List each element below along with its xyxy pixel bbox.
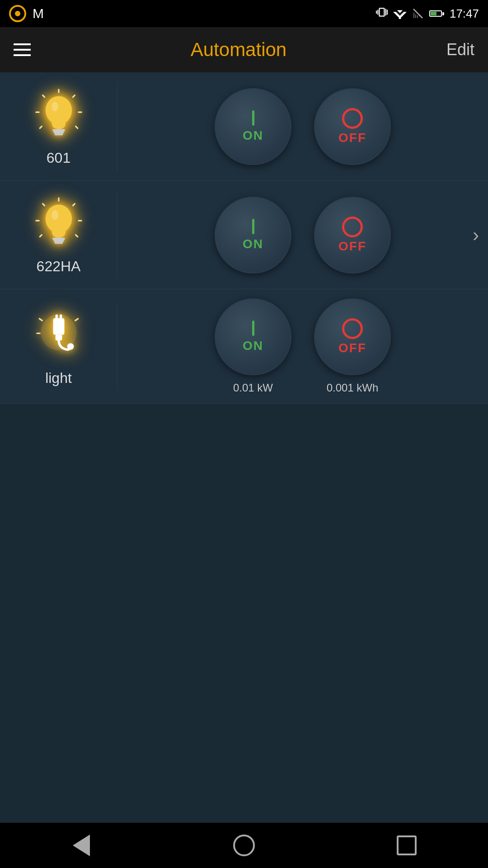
svg-line-36 [39, 318, 42, 320]
gmail-icon: M [33, 6, 44, 21]
svg-rect-31 [53, 318, 64, 335]
power-circle-icon [342, 217, 363, 237]
battery-icon [429, 10, 444, 17]
vibrate-icon [376, 6, 388, 21]
status-bar: M 17:47 [0, 0, 488, 27]
circle-icon-inner [15, 11, 20, 16]
svg-point-35 [67, 343, 74, 350]
off-label-622ha: OFF [338, 239, 366, 254]
device-row: 622HA ON OFF › [0, 181, 488, 289]
device-controls-light: ON 0.01 kW OFF 0.001 kWh [117, 298, 488, 394]
off-button-601[interactable]: OFF [314, 88, 391, 165]
svg-line-20 [73, 204, 75, 206]
svg-rect-28 [54, 242, 63, 244]
status-left-icons: M [9, 5, 44, 22]
svg-rect-26 [52, 238, 65, 240]
off-button-light[interactable]: OFF [314, 298, 391, 375]
off-button-622ha[interactable]: OFF [314, 197, 391, 274]
device-row: 601 ON OFF [0, 72, 488, 181]
kw-label-light: 0.01 kW [233, 382, 273, 394]
device-controls-622ha: ON OFF [117, 197, 488, 274]
svg-point-29 [52, 210, 58, 220]
status-right-icons: 17:47 [376, 6, 479, 21]
light-buttons-row: ON 0.01 kW OFF 0.001 kWh [131, 298, 474, 394]
device-list: 601 ON OFF [0, 72, 488, 823]
on-col-light: ON 0.01 kW [215, 298, 291, 394]
svg-line-37 [75, 318, 78, 320]
back-button[interactable] [68, 832, 95, 859]
svg-point-17 [52, 102, 58, 111]
status-time: 17:47 [450, 7, 479, 21]
device-row: light ON 0.01 kW OFF 0.001 kWh [0, 289, 488, 404]
recents-icon [397, 835, 417, 855]
device-name-light: light [45, 370, 72, 387]
svg-point-25 [45, 205, 71, 233]
svg-rect-33 [55, 314, 57, 320]
back-icon [73, 835, 90, 856]
on-button-622ha[interactable]: ON [215, 197, 291, 274]
device-name-622ha: 622HA [37, 258, 81, 275]
off-label-601: OFF [338, 131, 366, 145]
power-line-icon [252, 110, 254, 126]
empty-area [0, 404, 488, 823]
svg-line-24 [75, 235, 77, 236]
home-button[interactable] [230, 832, 258, 859]
kwh-label-light: 0.001 kWh [327, 382, 379, 394]
chevron-right-icon[interactable]: › [473, 224, 479, 246]
nav-bar [0, 823, 488, 868]
svg-rect-27 [53, 240, 64, 242]
svg-line-7 [42, 95, 44, 97]
on-label-light: ON [243, 339, 263, 353]
device-info-622ha: 622HA [0, 190, 117, 279]
svg-line-11 [40, 126, 42, 128]
svg-rect-14 [52, 129, 65, 132]
bulb-icon-622ha [29, 195, 88, 254]
power-circle-icon [342, 108, 363, 129]
device-info-light: light [0, 302, 117, 391]
bulb-icon-601 [29, 86, 88, 145]
device-name-601: 601 [47, 150, 70, 166]
device-controls-601: ON OFF [117, 88, 488, 165]
svg-point-13 [45, 96, 71, 125]
power-line-icon [252, 321, 254, 336]
on-button-light[interactable]: ON [215, 298, 291, 375]
svg-rect-15 [53, 132, 64, 133]
off-label-light: OFF [338, 341, 366, 355]
svg-rect-16 [54, 133, 63, 135]
wifi-icon [393, 8, 407, 19]
svg-rect-34 [60, 314, 62, 320]
svg-line-8 [73, 95, 75, 97]
header-title: Automation [191, 39, 286, 61]
svg-line-23 [40, 235, 42, 236]
on-label-601: ON [243, 128, 263, 143]
edit-button[interactable]: Edit [446, 40, 474, 59]
device-info-601: 601 [0, 82, 117, 171]
signal-icon [412, 8, 424, 19]
svg-line-12 [75, 126, 77, 128]
circle-icon [9, 5, 26, 22]
on-button-601[interactable]: ON [215, 88, 291, 165]
recents-button[interactable] [393, 832, 420, 859]
app-header: Automation Edit [0, 27, 488, 72]
off-col-light: OFF 0.001 kWh [314, 298, 391, 394]
power-circle-icon [342, 318, 363, 339]
plug-icon-light [29, 307, 88, 365]
on-label-622ha: ON [243, 237, 263, 251]
home-icon [233, 835, 255, 856]
power-line-icon [252, 219, 254, 234]
menu-button[interactable] [14, 43, 31, 56]
svg-line-19 [42, 204, 44, 206]
